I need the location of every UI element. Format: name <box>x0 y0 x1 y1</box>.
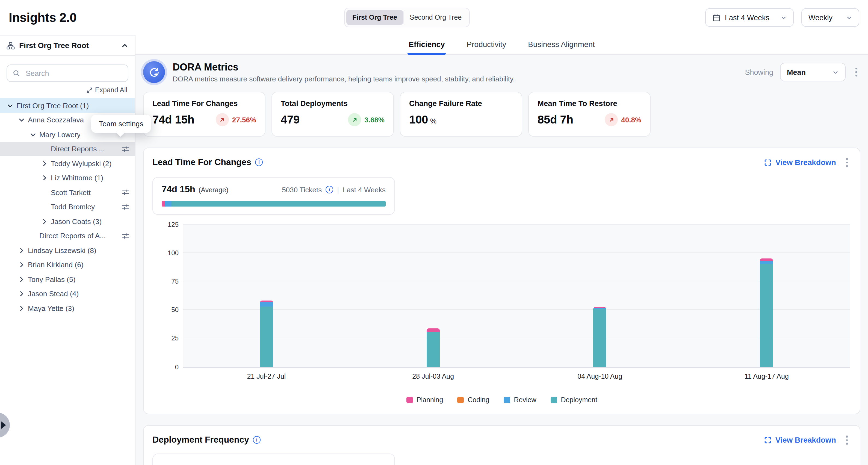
tree-item[interactable]: Brian Kirkland (6) <box>0 258 135 272</box>
tree-item[interactable]: First Org Tree Root (1) <box>0 98 135 113</box>
legend-label: Coding <box>468 396 489 404</box>
trend-up-icon <box>605 113 618 126</box>
aggregation-select[interactable]: Mean <box>780 63 845 82</box>
view-breakdown-link[interactable]: View Breakdown <box>765 436 836 444</box>
lead-time-title: Lead Time For Changes <box>152 158 251 167</box>
tree-item-label: Brian Kirkland (6) <box>28 261 84 269</box>
bar-slot: 04 Aug-10 Aug <box>517 224 683 367</box>
distribution-segment-planning <box>162 201 165 206</box>
tree-item[interactable]: Teddy Wylupski (2) <box>0 156 135 171</box>
org-tree-header[interactable]: First Org Tree Root <box>0 35 135 56</box>
tree-item[interactable]: Maya Yette (3) <box>0 301 135 315</box>
tree-item-label: Direct Reports of A... <box>39 232 106 240</box>
org-tree-toggle-option[interactable]: First Org Tree <box>346 10 403 25</box>
y-axis-tick-label: 0 <box>156 363 179 371</box>
chevron-down-icon[interactable] <box>5 102 14 109</box>
divider: | <box>337 186 339 194</box>
chevron-right-icon[interactable] <box>40 218 49 225</box>
stacked-bar <box>760 258 773 367</box>
tab-productivity[interactable]: Productivity <box>466 35 507 55</box>
chevron-down-icon[interactable] <box>17 117 26 124</box>
metric-card: Total Deployments4793.68% <box>272 92 394 136</box>
metric-card-value: 479 <box>281 113 300 126</box>
view-breakdown-label: View Breakdown <box>775 158 836 167</box>
average-summary-card <box>152 453 395 465</box>
tree-item[interactable]: Todd Bromley <box>0 200 135 214</box>
org-tree-toggle-option[interactable]: Second Org Tree <box>403 10 468 25</box>
metric-cards: Lead Time For Changes74d 15h27.56%Total … <box>143 92 860 136</box>
chevron-right-icon[interactable] <box>17 276 26 283</box>
tree-item[interactable]: Direct Reports ... <box>0 142 135 156</box>
tree-item[interactable]: Lindsay Liszewski (8) <box>0 243 135 258</box>
metric-card-value: 100 <box>409 113 428 126</box>
view-breakdown-link[interactable]: View Breakdown <box>765 158 836 167</box>
main-area: EfficiencyProductivityBusiness Alignment… <box>135 35 868 465</box>
legend-label: Review <box>514 396 536 404</box>
range-label: Last 4 Weeks <box>343 186 386 194</box>
chevron-up-icon[interactable] <box>121 42 128 49</box>
team-settings-icon[interactable] <box>122 232 129 240</box>
bar-segment-deployment <box>260 307 273 367</box>
calendar-icon <box>712 13 720 22</box>
granularity-select[interactable]: Weekly <box>801 8 859 27</box>
tab-business-alignment[interactable]: Business Alignment <box>527 35 596 55</box>
info-icon[interactable]: i <box>326 186 333 193</box>
chevron-right-icon[interactable] <box>40 160 49 167</box>
x-axis-label: 11 Aug-17 Aug <box>683 372 850 380</box>
date-range-select[interactable]: Last 4 Weeks <box>705 8 794 27</box>
info-icon[interactable]: i <box>253 436 260 444</box>
tree-item[interactable]: Liz Whittome (1) <box>0 171 135 185</box>
metric-card-delta: 3.68% <box>364 116 384 124</box>
lead-time-kebab-menu[interactable] <box>843 156 851 169</box>
metric-card-value: 85d 7h <box>537 113 573 126</box>
tree-item[interactable]: Scott Tarkett <box>0 185 135 200</box>
average-summary-card: 74d 15h (Average) 5030 Tickets i | Last … <box>152 177 395 214</box>
x-axis-label: 28 Jul-03 Aug <box>350 372 517 380</box>
expand-all-button[interactable]: Expand All <box>86 86 127 94</box>
tree-item[interactable]: Direct Reports of A... <box>0 229 135 243</box>
dora-cycle-icon <box>143 61 165 83</box>
trend-up-icon <box>348 113 361 126</box>
tab-efficiency[interactable]: Efficiency <box>407 35 446 55</box>
chart-legend: PlanningCodingReviewDeployment <box>152 396 851 404</box>
tree-item[interactable]: Jason Coats (3) <box>0 214 135 229</box>
y-axis-tick-label: 100 <box>156 249 179 256</box>
tree-item[interactable]: Tony Pallas (5) <box>0 272 135 287</box>
chevron-right-icon[interactable] <box>17 261 26 269</box>
deployment-kebab-menu[interactable] <box>843 433 851 447</box>
y-axis-tick-label: 125 <box>156 220 179 228</box>
chevron-down-icon[interactable] <box>28 131 37 138</box>
tree-item-label: Direct Reports ... <box>51 145 105 153</box>
team-settings-icon[interactable] <box>122 189 129 196</box>
org-tree-toggle: First Org TreeSecond Org Tree <box>344 8 470 27</box>
chevron-right-icon[interactable] <box>40 175 49 182</box>
dora-kebab-menu[interactable] <box>852 66 860 79</box>
dora-header: DORA Metrics DORA metrics measure softwa… <box>143 61 860 83</box>
chevron-right-icon[interactable] <box>17 305 26 312</box>
tree-item-label: Mary Lowery <box>39 131 81 139</box>
metric-card-delta: 40.8% <box>621 116 641 124</box>
team-settings-tooltip: Team settings <box>91 115 151 133</box>
team-settings-icon[interactable] <box>122 203 129 211</box>
tree-item-label: Anna Scozzafava <box>28 116 84 124</box>
deployment-frequency-section: Deployment Frequency i View Breakdown <box>143 425 860 465</box>
chevron-right-icon[interactable] <box>17 247 26 254</box>
tree-item[interactable]: Jason Stead (4) <box>0 287 135 301</box>
team-settings-icon[interactable] <box>122 145 129 153</box>
metric-card-value-row: 100% <box>409 113 513 126</box>
tree-item-label: Teddy Wylupski (2) <box>51 160 112 168</box>
legend-color-chip <box>457 396 464 403</box>
sidebar: First Org Tree Root Expand All <box>0 35 135 465</box>
tree-item-label: First Org Tree Root (1) <box>17 102 89 110</box>
info-icon[interactable]: i <box>255 159 263 166</box>
bar-segment-planning <box>760 258 773 261</box>
bar-slot: 11 Aug-17 Aug <box>683 224 850 367</box>
expand-view-icon <box>765 437 772 444</box>
bar-segment-planning <box>427 328 440 332</box>
average-note: (Average) <box>198 186 228 194</box>
chevron-right-icon[interactable] <box>17 290 26 298</box>
sidebar-collapse-handle[interactable] <box>0 412 10 438</box>
dora-title: DORA Metrics <box>173 61 515 73</box>
search-input[interactable] <box>25 69 123 78</box>
legend-item: Deployment <box>551 396 597 404</box>
